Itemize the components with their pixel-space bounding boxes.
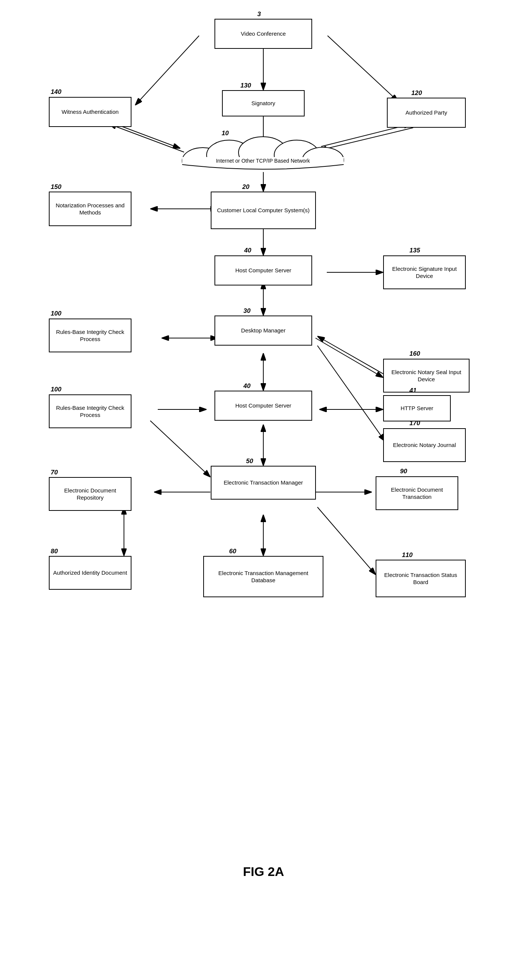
diagram: Video Conference 3 Signatory 130 Authori… [0,0,527,902]
witness-auth-box: Witness Authentication [49,97,132,127]
customer-local-box: Customer Local Computer System(s) [211,192,316,229]
ref-130: 130 [240,82,251,89]
elec-doc-trans-label: Electronic Document Transaction [379,486,455,501]
ref-40-top: 40 [244,247,251,254]
rules-base-bot-box: Rules-Base Integrity Check Process [49,395,132,428]
http-server-label: HTTP Server [400,404,433,412]
elec-notary-seal-label: Electronic Notary Seal Input Device [386,369,466,383]
notarization-box: Notarization Processes and Methods [49,192,132,226]
ref-150: 150 [51,183,61,191]
signatory-box: Signatory [222,90,305,116]
notarization-label: Notarization Processes and Methods [52,202,129,216]
network-cloud: Internet or Other TCP/IP Based Network [173,134,353,172]
elec-doc-repo-label: Electronic Document Repository [52,487,129,501]
signatory-label: Signatory [251,100,275,107]
video-conference-box: Video Conference [215,19,312,49]
http-server-box: HTTP Server [383,395,451,422]
svg-line-17 [315,338,383,377]
host-server-top-box: Host Computer Server [215,255,312,285]
ref-60: 60 [229,548,236,555]
ref-30: 30 [244,307,250,315]
svg-line-27 [317,507,376,575]
ref-50: 50 [246,458,253,465]
rules-base-bot-label: Rules-Base Integrity Check Process [52,404,129,419]
witness-auth-label: Witness Authentication [62,108,119,116]
elec-trans-mgr-label: Electronic Transaction Manager [224,479,303,487]
desktop-mgr-box: Desktop Manager [215,315,312,345]
authorized-party-box: Authorized Party [387,98,466,128]
ref-100-top: 100 [51,310,61,317]
host-server-bot-label: Host Computer Server [235,402,291,409]
svg-line-8 [328,36,398,102]
customer-local-label: Customer Local Computer System(s) [217,207,310,214]
ref-40-bot: 40 [244,382,250,390]
ref-10: 10 [221,130,229,137]
desktop-mgr-label: Desktop Manager [241,327,285,334]
video-conference-label: Video Conference [241,30,286,38]
elec-notary-journal-box: Electronic Notary Journal [383,428,466,462]
host-server-bot-box: Host Computer Server [215,391,312,421]
auth-identity-doc-box: Authorized Identity Document [49,556,132,590]
ref-70: 70 [51,469,58,476]
ref-90: 90 [400,468,407,475]
elec-doc-repo-box: Electronic Document Repository [49,477,132,511]
rules-base-top-box: Rules-Base Integrity Check Process [49,318,132,352]
authorized-party-label: Authorized Party [406,109,447,116]
cloud-svg: Internet or Other TCP/IP Based Network [173,134,353,172]
svg-line-19 [317,345,385,441]
elec-sig-input-box: Electronic Signature Input Device [383,255,466,289]
ref-100-bot: 100 [51,386,61,393]
auth-identity-doc-label: Authorized Identity Document [53,569,127,577]
host-server-top-label: Host Computer Server [235,267,291,274]
elec-trans-mgr-box: Electronic Transaction Manager [211,466,316,500]
elec-trans-mgmt-db-box: Electronic Transaction Management Databa… [203,556,323,597]
elec-trans-status-label: Electronic Transaction Status Board [379,571,463,586]
ref-41: 41 [409,387,417,395]
ref-20: 20 [242,183,249,191]
elec-trans-mgmt-db-label: Electronic Transaction Management Databa… [206,570,320,584]
svg-line-5 [135,36,199,105]
svg-line-29 [150,421,210,477]
ref-140: 140 [51,88,61,96]
svg-line-18 [317,336,385,375]
elec-doc-trans-box: Electronic Document Transaction [376,476,458,510]
fig-label: FIG 2A [0,864,527,879]
svg-text:Internet or Other TCP/IP Based: Internet or Other TCP/IP Based Network [216,158,310,164]
ref-110: 110 [402,551,412,559]
elec-trans-status-box: Electronic Transaction Status Board [376,560,466,597]
elec-notary-seal-box: Electronic Notary Seal Input Device [383,359,470,393]
elec-notary-journal-label: Electronic Notary Journal [393,441,456,449]
rules-base-top-label: Rules-Base Integrity Check Process [52,328,129,343]
ref-3: 3 [257,11,261,18]
ref-80: 80 [51,548,58,555]
ref-135: 135 [409,247,420,254]
ref-160: 160 [409,350,420,358]
elec-sig-input-label: Electronic Signature Input Device [386,265,463,280]
ref-120: 120 [411,89,422,97]
